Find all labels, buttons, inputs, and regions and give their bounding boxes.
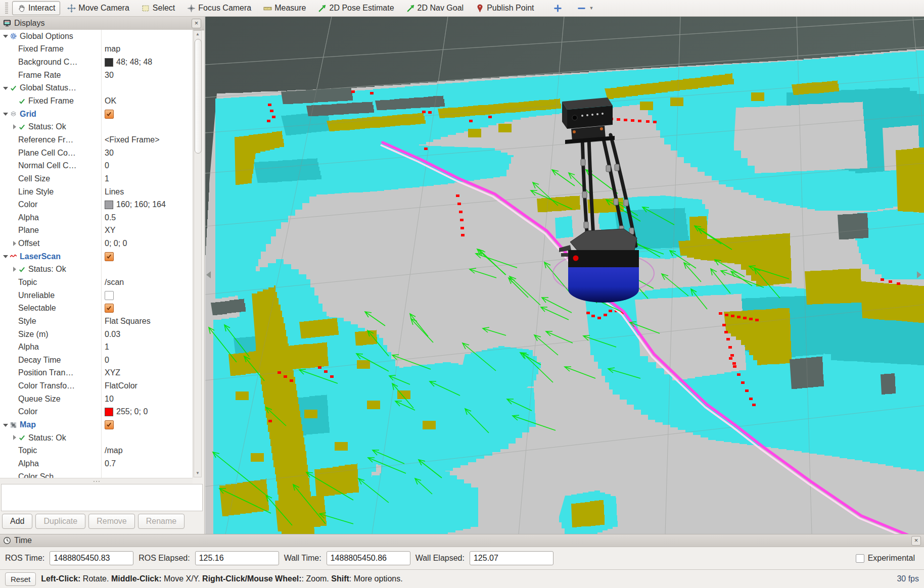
tree-row-alpha[interactable]: Alpha1 (0, 340, 193, 354)
collapse-arrow-icon[interactable] (2, 32, 10, 40)
tool-publish-point[interactable]: Publish Point (471, 1, 539, 15)
ros-time-field[interactable] (50, 551, 133, 565)
property-value[interactable]: XY (101, 226, 193, 235)
property-value[interactable]: FlatColor (101, 381, 193, 390)
property-value[interactable]: 0 (101, 356, 193, 365)
experimental-checkbox[interactable] (856, 554, 864, 563)
remove-tool-button[interactable]: ▼ (572, 1, 599, 15)
tree-row-global-status[interactable]: Global Status… (0, 82, 193, 95)
add-button[interactable]: Add (2, 514, 32, 529)
tree-row-offset[interactable]: Offset0; 0; 0 (0, 237, 193, 250)
tree-row-color[interactable]: Color160; 160; 164 (0, 198, 193, 211)
scroll-up-icon[interactable]: ▲ (194, 31, 201, 38)
tree-row-alpha[interactable]: Alpha0.7 (0, 457, 193, 470)
property-value[interactable]: 160; 160; 164 (101, 200, 193, 209)
tree-row-frame-rate[interactable]: Frame Rate30 (0, 69, 193, 82)
reset-button[interactable]: Reset (5, 572, 36, 586)
collapse-right-dock-icon[interactable] (917, 271, 921, 278)
tree-row-unreliable[interactable]: Unreliable (0, 289, 193, 302)
tool-2d-nav-goal[interactable]: 2D Nav Goal (401, 1, 469, 15)
tree-row-topic[interactable]: Topic/scan (0, 276, 193, 289)
tree-row-grid[interactable]: Grid (0, 108, 193, 121)
tree-row-map[interactable]: Map (0, 418, 193, 431)
tool-move-camera[interactable]: Move Camera (62, 1, 134, 15)
displays-tree[interactable]: Global OptionsFixed FramemapBackground C… (0, 30, 193, 478)
checkbox-checked[interactable] (105, 252, 114, 261)
property-value[interactable]: Lines (101, 187, 193, 197)
tool-measure[interactable]: Measure (258, 1, 311, 15)
tree-row-fixed-frame[interactable]: Fixed FrameOK (0, 94, 193, 108)
property-value[interactable]: /scan (101, 278, 193, 287)
property-value[interactable]: 255; 0; 0 (101, 407, 193, 416)
tree-row-color-sch[interactable]: Color Sch… (0, 470, 193, 478)
property-value[interactable]: 0.7 (101, 459, 193, 468)
collapse-left-dock-icon[interactable] (206, 271, 211, 278)
checkbox-checked[interactable] (105, 420, 114, 429)
tree-row-queue-size[interactable]: Queue Size10 (0, 393, 193, 406)
tree-row-cell-size[interactable]: Cell Size1 (0, 172, 193, 185)
ros-elapsed-field[interactable] (195, 551, 279, 565)
tree-row-selectable[interactable]: Selectable (0, 302, 193, 315)
property-value[interactable]: Flat Squares (101, 317, 193, 326)
collapse-arrow-icon[interactable] (2, 84, 10, 92)
tree-row-decay-time[interactable]: Decay Time0 (0, 354, 193, 367)
checkbox-unchecked[interactable] (105, 291, 114, 300)
property-value[interactable]: 1 (101, 174, 193, 183)
expand-arrow-icon[interactable] (11, 240, 18, 248)
expand-arrow-icon[interactable] (11, 434, 18, 442)
tree-row-line-style[interactable]: Line StyleLines (0, 185, 193, 199)
tree-row-laserscan[interactable]: LaserScan (0, 250, 193, 263)
tree-row-status-ok[interactable]: Status: Ok (0, 120, 193, 133)
scroll-down-icon[interactable]: ▼ (194, 470, 201, 477)
tree-row-topic[interactable]: Topic/map (0, 445, 193, 458)
collapse-arrow-icon[interactable] (2, 110, 10, 118)
property-value[interactable]: 0.5 (101, 213, 193, 222)
tree-row-global-options[interactable]: Global Options (0, 30, 193, 43)
add-tool-button[interactable] (548, 1, 567, 15)
tree-row-alpha[interactable]: Alpha0.5 (0, 211, 193, 224)
tree-row-plane[interactable]: PlaneXY (0, 224, 193, 237)
property-value[interactable]: /map (101, 446, 193, 455)
remove-button[interactable]: Remove (88, 514, 135, 529)
tree-row-status-ok[interactable]: Status: Ok (0, 263, 193, 276)
property-value[interactable]: 0; 0; 0 (101, 239, 193, 248)
wall-time-field[interactable] (327, 551, 410, 565)
wall-elapsed-field[interactable] (470, 551, 553, 565)
property-value[interactable]: 0 (101, 161, 193, 170)
toolbar-drag-handle[interactable] (5, 3, 8, 14)
tool-focus-camera[interactable]: Focus Camera (182, 1, 256, 15)
expand-arrow-icon[interactable] (11, 123, 18, 131)
tool-interact[interactable]: Interact (12, 1, 60, 15)
tree-row-reference-fr[interactable]: Reference Fr…<Fixed Frame> (0, 133, 193, 146)
tree-row-size-m[interactable]: Size (m)0.03 (0, 328, 193, 341)
close-icon[interactable]: × (911, 536, 921, 546)
tree-row-color[interactable]: Color255; 0; 0 (0, 406, 193, 419)
property-value[interactable]: map (101, 44, 193, 54)
tree-row-position-tran[interactable]: Position Tran…XYZ (0, 367, 193, 380)
tool-2d-pose-estimate[interactable]: 2D Pose Estimate (313, 1, 399, 15)
checkbox-checked[interactable] (105, 304, 114, 313)
property-value[interactable]: 30 (101, 71, 193, 80)
tree-row-status-ok[interactable]: Status: Ok (0, 431, 193, 445)
tree-row-color-transfo[interactable]: Color Transfo…FlatColor (0, 379, 193, 393)
expand-arrow-icon[interactable] (11, 266, 18, 273)
property-value[interactable]: 48; 48; 48 (101, 58, 193, 67)
tree-row-fixed-frame[interactable]: Fixed Framemap (0, 43, 193, 56)
property-value[interactable]: 0.03 (101, 330, 193, 339)
tree-row-normal-cell-c[interactable]: Normal Cell C…0 (0, 159, 193, 172)
3d-viewport[interactable] (205, 17, 924, 534)
vertical-scrollbar[interactable]: ▲ ▼ (194, 30, 202, 477)
property-value[interactable]: OK (101, 96, 193, 106)
checkbox-checked[interactable] (105, 110, 114, 119)
collapse-arrow-icon[interactable] (2, 253, 10, 260)
tree-row-style[interactable]: StyleFlat Squares (0, 315, 193, 328)
tool-select[interactable]: Select (136, 1, 180, 15)
property-value[interactable]: 10 (101, 395, 193, 404)
property-value[interactable]: <Fixed Frame> (101, 135, 193, 144)
close-icon[interactable]: × (192, 19, 201, 28)
property-value[interactable]: 1 (101, 342, 193, 352)
scrollbar-thumb[interactable] (195, 39, 202, 154)
tree-row-background-c[interactable]: Background C…48; 48; 48 (0, 56, 193, 69)
panel-splitter-handle[interactable] (0, 478, 193, 484)
property-value[interactable]: XYZ (101, 368, 193, 377)
